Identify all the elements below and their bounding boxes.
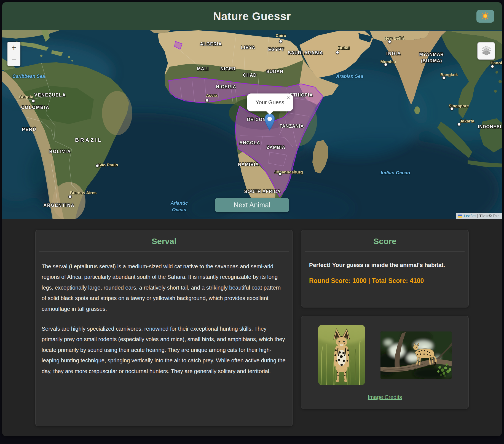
- popup-close-button[interactable]: ×: [287, 95, 290, 100]
- popup-title: Your Guess: [256, 99, 284, 106]
- app-title: Nature Guessr: [213, 10, 291, 23]
- next-animal-button[interactable]: Next Animal: [215, 198, 289, 212]
- tiles-credit: | Tiles © Esri: [477, 214, 500, 218]
- animal-description-paragraph: Servals are highly specialized carnivore…: [36, 323, 293, 376]
- score-panel: Score Perfect! Your guess is inside the …: [301, 230, 469, 307]
- animal-description-paragraph: The serval (Leptailurus serval) is a med…: [36, 261, 293, 314]
- guess-marker[interactable]: [264, 113, 275, 131]
- map-canvas: [2, 30, 502, 219]
- map-attribution: Leaflet | Tiles © Esri: [456, 213, 502, 219]
- app-window: Nature Guessr: [2, 2, 502, 436]
- photo-row: [318, 325, 452, 385]
- zoom-control: + −: [7, 41, 21, 66]
- app-header: Nature Guessr: [2, 2, 502, 30]
- zoom-in-button[interactable]: +: [7, 42, 20, 54]
- sun-icon: [481, 12, 489, 21]
- theme-toggle-button[interactable]: [476, 10, 494, 23]
- ukraine-flag-icon: [458, 215, 462, 218]
- divider: [305, 252, 465, 252]
- layers-control[interactable]: [477, 42, 495, 60]
- right-column: Score Perfect! Your guess is inside the …: [301, 230, 469, 436]
- score-title: Score: [301, 237, 468, 246]
- world-map[interactable]: ALGERIALIBYAEGYPTSAUDI ARABIAMALINIGERCH…: [2, 30, 502, 219]
- serval-photo-walking-in-grass: [318, 325, 365, 385]
- zoom-out-button[interactable]: −: [7, 54, 20, 66]
- score-values: Round Score: 1000 | Total Score: 4100: [301, 277, 468, 285]
- leaflet-link[interactable]: Leaflet: [464, 214, 476, 218]
- content-area: Serval The serval (Leptailurus serval) i…: [2, 219, 502, 436]
- divider: [39, 252, 289, 252]
- score-message: Perfect! Your guess is inside the animal…: [301, 262, 468, 268]
- serval-photo-on-branch: [380, 331, 452, 379]
- image-credits-link[interactable]: Image Credits: [368, 394, 402, 400]
- map-tiles-layer: ALGERIALIBYAEGYPTSAUDI ARABIAMALINIGERCH…: [2, 30, 502, 219]
- guess-popup: Your Guess ×: [247, 93, 293, 111]
- animal-name-title: Serval: [36, 237, 293, 246]
- animal-info-panel: Serval The serval (Leptailurus serval) i…: [35, 230, 293, 426]
- layers-icon: [481, 45, 492, 57]
- animal-images-panel: Image Credits: [301, 316, 469, 409]
